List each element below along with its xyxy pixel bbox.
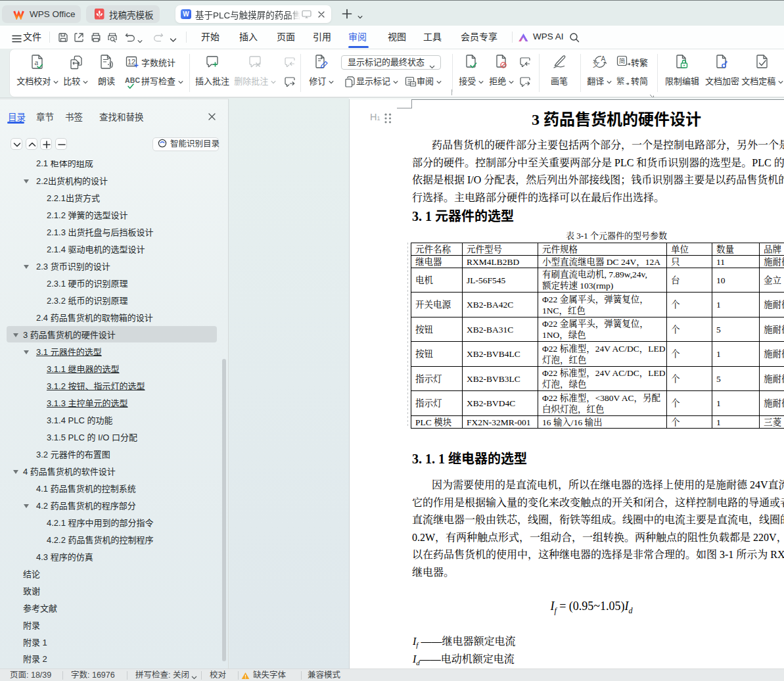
svg-text:ABC: ABC bbox=[125, 76, 141, 84]
svg-text:12: 12 bbox=[127, 58, 135, 66]
svg-text:A: A bbox=[601, 55, 606, 62]
svg-text:a: a bbox=[35, 57, 39, 67]
svg-text:繁: 繁 bbox=[616, 75, 625, 87]
svg-text:简: 简 bbox=[619, 56, 626, 65]
svg-text:W: W bbox=[183, 11, 189, 18]
